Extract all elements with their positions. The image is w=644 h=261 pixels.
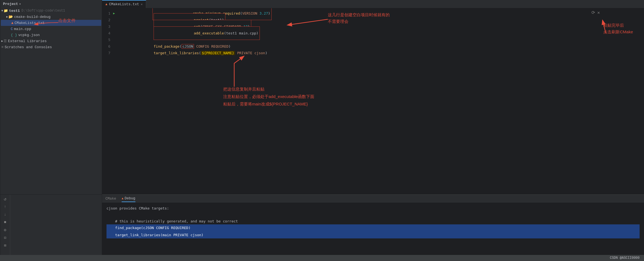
tree-path-test1: D:\Soft\cpp-code\test1	[21, 9, 65, 13]
console-line-3: # this is heuristically generated, and m…	[107, 218, 640, 224]
tree-label-cmakelists: CMakeLists.txt	[15, 21, 45, 25]
line-num-5: 5	[102, 38, 113, 42]
code-line-7: 7 target_link_libraries(${PROJECT_NAME} …	[102, 50, 644, 56]
editor-area: 1 ▶ cmake_minimum_required(VERSION 3.27)…	[102, 8, 644, 194]
layout-icon[interactable]: ⊞	[2, 242, 9, 249]
tree-item-test1[interactable]: ▼ 📁 test1 D:\Soft\cpp-code\test1	[0, 8, 102, 14]
console-line-4: find_package(cJSON CONFIG REQUIRED)	[107, 224, 640, 231]
editor-content: 1 ▶ cmake_minimum_required(VERSION 3.27)…	[102, 8, 644, 58]
cmake-refresh-icon[interactable]: ⟳	[591, 10, 595, 15]
run-btn-1[interactable]: ▶	[113, 12, 118, 15]
close-editor-icon[interactable]: ✕	[597, 10, 600, 15]
cmake-tab[interactable]: ▲ CMakeLists.txt ✕	[102, 0, 146, 8]
line-num-2: 2	[102, 18, 113, 22]
bottom-left-panel: ↺ ↑ ↓ ■ ⚙ ⊡ ⊞	[0, 194, 102, 255]
tab-debug[interactable]: ▲ Debug	[122, 195, 135, 202]
down-arrow-icon[interactable]: ↓	[2, 211, 9, 218]
project-dropdown-icon[interactable]: ▾	[19, 2, 21, 6]
stop-icon[interactable]: ■	[2, 219, 9, 225]
tree-item-vcpkg[interactable]: { } vcpkg.json	[0, 32, 102, 38]
tree-label-maincpp: main.cpp	[14, 27, 31, 31]
line-code-7: target_link_libraries(${PROJECT_NAME} PR…	[118, 47, 644, 59]
tree-label-ext-libs: External Libraries	[8, 39, 47, 43]
terminal-icon[interactable]: ⊡	[2, 234, 9, 241]
status-text: CSDN @ASCII0000	[610, 256, 640, 260]
line-num-3: 3	[102, 25, 113, 29]
refresh-icon[interactable]: ↺	[2, 196, 9, 202]
cmake-tab-icon: ▲	[105, 2, 107, 6]
debug-label: Debug	[125, 196, 135, 200]
line-num-4: 4	[102, 31, 113, 35]
tree-label-scratches: Scratches and Consoles	[5, 45, 52, 49]
console-line-2	[107, 211, 640, 218]
top-right-icons: ⟳ ✕	[591, 10, 600, 15]
line-num-1: 1	[102, 11, 113, 15]
status-bar: CSDN @ASCII0000	[0, 255, 644, 261]
scratches-icon: ≡	[1, 45, 4, 49]
expand-arrow-test1: ▼	[1, 9, 3, 12]
project-icon: 📁	[4, 9, 8, 13]
tree-label-cmake-build: cmake-build-debug	[14, 15, 51, 19]
bottom-tab-bar: CMake ▲ Debug	[102, 195, 644, 203]
tree-item-ext-libs[interactable]: ▶ ☰ External Libraries	[0, 38, 102, 44]
cpp-file-icon: C	[11, 27, 13, 31]
tree-label-test1: test1	[9, 9, 20, 13]
tab-cmake[interactable]: CMake	[105, 195, 116, 202]
tab-close-btn[interactable]: ✕	[141, 2, 143, 6]
console-line-1: cjson provides CMake targets:	[107, 205, 640, 211]
line-num-6: 6	[102, 44, 113, 48]
tree-item-cmake-build[interactable]: ▶ 📂 cmake-build-debug	[0, 14, 102, 20]
expand-arrow-cmake-build: ▶	[6, 15, 8, 18]
settings-icon[interactable]: ⚙	[2, 227, 9, 233]
ext-libs-icon: ☰	[4, 39, 7, 43]
tab-bar: ▲ CMakeLists.txt ✕	[102, 0, 644, 8]
folder-icon-cmake-build: 📂	[9, 15, 13, 19]
project-sidebar: Project ▾ ▼ 📁 test1 D:\Soft\cpp-code\tes…	[0, 0, 102, 194]
cmake-tab-label: CMakeLists.txt	[109, 2, 139, 6]
sidebar-header: Project ▾	[0, 0, 102, 8]
annotation-bottom-center: 把这信息复制并且粘贴 注意粘贴位置，必须处于add_executable函数下面…	[223, 85, 314, 108]
line-num-7: 7	[102, 51, 113, 55]
tree-item-cmakelists[interactable]: ▲ CMakeLists.txt	[1, 20, 101, 26]
up-arrow-icon[interactable]: ↑	[2, 203, 9, 210]
console-line-5: target_link_libraries(main PRIVATE cjson…	[107, 232, 640, 238]
code-line-4: 4 add_executable(test1 main.cpp)	[102, 30, 644, 36]
project-tree: ▼ 📁 test1 D:\Soft\cpp-code\test1 ▶ 📂 cma…	[0, 8, 102, 194]
cmake-bottom-label: CMake	[105, 197, 116, 201]
cmake-file-icon: ▲	[11, 21, 13, 25]
tree-item-scratches[interactable]: ≡ Scratches and Consoles	[0, 44, 102, 50]
tree-item-maincpp[interactable]: C main.cpp	[0, 26, 102, 32]
project-label: Project	[3, 2, 18, 6]
bottom-panel: CMake ▲ Debug cjson provides CMake targe…	[102, 194, 644, 255]
json-file-icon: { }	[11, 33, 17, 37]
right-main-area: ▲ CMakeLists.txt ✕ 1 ▶	[102, 0, 644, 255]
console-content: cjson provides CMake targets: # this is …	[102, 203, 644, 255]
debug-tab-icon: ▲	[122, 197, 124, 200]
bottom-left-icon-rail: ↺ ↑ ↓ ■ ⚙ ⊡ ⊞	[0, 195, 10, 255]
tree-label-vcpkg: vcpkg.json	[18, 33, 40, 37]
expand-arrow-ext: ▶	[1, 39, 3, 43]
